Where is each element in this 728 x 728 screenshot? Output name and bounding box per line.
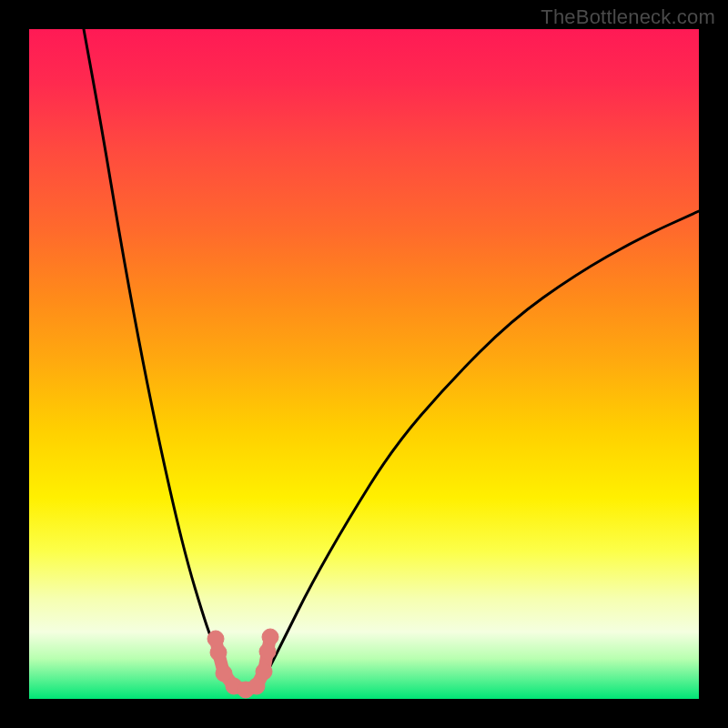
valley-markers xyxy=(207,629,278,698)
valley-marker xyxy=(256,663,272,680)
watermark-text: TheBottleneck.com xyxy=(541,5,715,29)
valley-marker xyxy=(259,643,276,660)
valley-marker xyxy=(262,629,278,645)
chart-frame: TheBottleneck.com xyxy=(0,0,728,728)
plot-area xyxy=(29,29,699,699)
right-curve xyxy=(257,211,699,692)
valley-marker xyxy=(248,678,265,694)
curve-layer xyxy=(29,29,699,699)
left-curve xyxy=(84,29,234,692)
valley-marker xyxy=(210,644,227,661)
